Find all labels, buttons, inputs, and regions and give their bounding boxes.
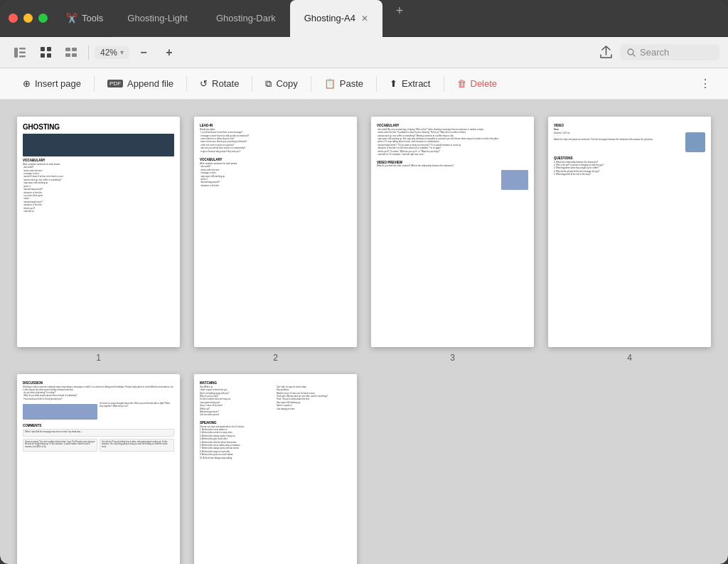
svg-rect-3 — [19, 55, 26, 58]
append-file-icon: PDF — [107, 80, 123, 87]
extract-icon: ⬆ — [390, 78, 397, 89]
sidebar-toggle-button[interactable] — [9, 43, 31, 63]
toolbar: 42% ▾ − + Search — [0, 37, 728, 68]
tools-label: Tools — [82, 13, 103, 23]
traffic-lights — [9, 14, 48, 23]
tools-icon: ✂️ — [66, 13, 77, 23]
main-window: ✂️ Tools Ghosting-Light Ghosting-Dark Gh… — [0, 0, 728, 564]
action-sep-5 — [376, 76, 377, 92]
paste-icon: 📋 — [324, 78, 336, 89]
toolbar-sep-1 — [88, 46, 89, 60]
zoom-out-button[interactable]: − — [132, 43, 155, 63]
copy-label: Copy — [276, 78, 297, 89]
paste-button[interactable]: 📋 Paste — [313, 74, 375, 93]
list-view-button[interactable] — [60, 43, 82, 63]
extract-label: Extract — [402, 78, 430, 89]
rotate-label: Rotate — [212, 78, 239, 89]
action-sep-6 — [444, 76, 444, 92]
page-thumb-2[interactable]: LEAD-IN Would you rather... · Let a frie… — [194, 117, 357, 363]
page-thumb-6[interactable]: MATCHING Hey What's up I didn't expect t… — [194, 374, 357, 564]
tools-menu[interactable]: ✂️ Tools — [59, 10, 110, 26]
svg-rect-1 — [19, 48, 26, 50]
page-label-2: 2 — [273, 353, 278, 363]
svg-rect-11 — [72, 53, 77, 57]
svg-rect-6 — [41, 53, 45, 58]
svg-rect-9 — [72, 48, 77, 51]
svg-line-13 — [633, 54, 636, 56]
tab-ghosting-a4-label: Ghosting-A4 — [304, 13, 355, 23]
page-thumb-4[interactable]: VIDEO Sean Duration: 5:47 sec · · · · · … — [548, 117, 711, 363]
delete-icon: 🗑 — [457, 78, 466, 89]
tab-ghosting-light-label: Ghosting-Light — [127, 13, 188, 23]
page-thumb-3[interactable]: VOCABULARY · who-what? An very unusual w… — [371, 117, 534, 363]
insert-page-button[interactable]: ⊕ Insert page — [11, 74, 92, 93]
insert-page-label: Insert page — [35, 78, 81, 89]
page-label-4: 4 — [627, 353, 632, 363]
delete-label: Delete — [471, 78, 498, 89]
page-preview-5: DISCUSSION Ghosting is when someone sudd… — [17, 374, 180, 564]
paste-label: Paste — [340, 78, 363, 89]
append-file-label: Append file — [127, 78, 173, 89]
svg-rect-5 — [47, 47, 51, 51]
svg-rect-0 — [14, 48, 18, 58]
rotate-button[interactable]: ↺ Rotate — [188, 74, 250, 93]
actionbar: ⊕ Insert page PDF Append file ↺ Rotate ⧉… — [0, 68, 728, 100]
page-preview-4: VIDEO Sean Duration: 5:47 sec · · · · · … — [548, 117, 711, 347]
page-thumb-5[interactable]: DISCUSSION Ghosting is when someone sudd… — [17, 374, 180, 564]
svg-point-12 — [628, 49, 633, 55]
tab-ghosting-dark-label: Ghosting-Dark — [216, 13, 276, 23]
action-sep-4 — [311, 76, 311, 92]
delete-button[interactable]: 🗑 Delete — [446, 74, 509, 93]
tab-ghosting-a4[interactable]: Ghosting-A4 ✕ — [290, 0, 382, 37]
titlebar: ✂️ Tools Ghosting-Light Ghosting-Dark Gh… — [0, 0, 728, 37]
copy-button[interactable]: ⧉ Copy — [254, 74, 309, 94]
svg-rect-10 — [65, 53, 70, 57]
tab-ghosting-dark[interactable]: Ghosting-Dark — [202, 0, 290, 37]
extract-button[interactable]: ⬆ Extract — [378, 74, 441, 93]
zoom-dropdown-icon: ▾ — [120, 48, 124, 56]
action-sep-3 — [252, 76, 252, 92]
fullscreen-button[interactable] — [38, 14, 48, 23]
search-box[interactable]: Search — [620, 44, 719, 60]
page-preview-2: LEAD-IN Would you rather... · Let a frie… — [194, 117, 357, 347]
tab-ghosting-light[interactable]: Ghosting-Light — [113, 0, 202, 37]
tabs-area: Ghosting-Light Ghosting-Dark Ghosting-A4… — [113, 0, 719, 37]
rotate-icon: ↺ — [200, 78, 208, 89]
page-preview-3: VOCABULARY · who-what? An very unusual w… — [371, 117, 534, 347]
close-button[interactable] — [9, 14, 18, 23]
pages-grid: GHOSTING VOCABULARY Write complete sente… — [0, 100, 728, 564]
action-sep-2 — [186, 76, 187, 92]
new-tab-button[interactable]: + — [388, 0, 411, 23]
zoom-value: 42% — [100, 48, 117, 58]
page-thumb-1[interactable]: GHOSTING VOCABULARY Write complete sente… — [17, 117, 180, 363]
copy-icon: ⧉ — [265, 78, 272, 90]
append-file-button[interactable]: PDF Append file — [96, 74, 185, 93]
svg-rect-2 — [19, 51, 26, 53]
zoom-in-button[interactable]: + — [158, 43, 181, 63]
svg-rect-8 — [65, 48, 70, 51]
svg-rect-4 — [41, 47, 45, 51]
more-options-button[interactable]: ⋮ — [694, 74, 717, 93]
page-label-3: 3 — [450, 353, 455, 363]
page-preview-1: GHOSTING VOCABULARY Write complete sente… — [17, 117, 180, 347]
zoom-control[interactable]: 42% ▾ — [95, 46, 129, 59]
share-button[interactable] — [594, 43, 617, 63]
page-label-1: 1 — [96, 353, 101, 363]
tab-close-icon[interactable]: ✕ — [361, 14, 368, 23]
page-preview-6: MATCHING Hey What's up I didn't expect t… — [194, 374, 357, 564]
minimize-button[interactable] — [23, 14, 33, 23]
search-placeholder: Search — [640, 47, 669, 58]
grid-view-button[interactable] — [34, 43, 57, 63]
insert-page-icon: ⊕ — [23, 78, 31, 89]
svg-rect-7 — [47, 53, 51, 58]
action-sep-1 — [94, 76, 95, 92]
